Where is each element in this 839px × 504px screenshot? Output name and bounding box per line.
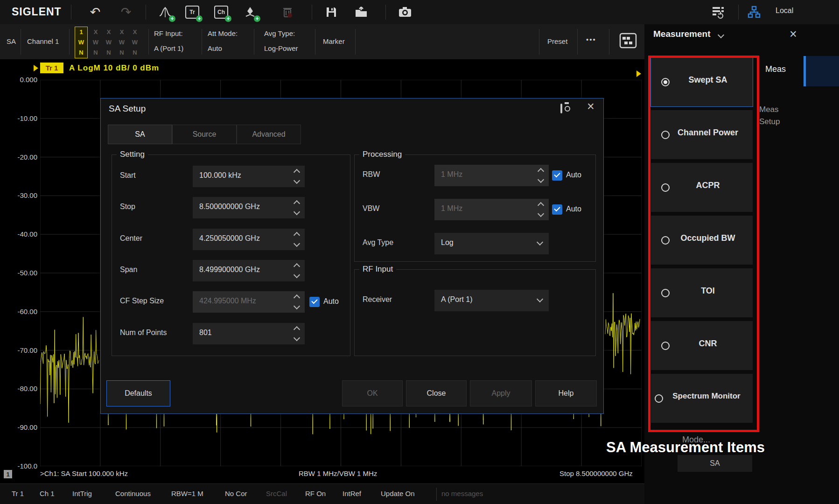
y-axis-tick: -90.00 [17, 423, 37, 431]
close-button[interactable]: Close [406, 380, 467, 406]
avg-type-value[interactable]: Log-Power [264, 44, 298, 52]
spinner-arrows-icon[interactable] [294, 262, 301, 279]
spinner-arrows-icon[interactable] [538, 167, 545, 184]
chart-footer-start: >Ch1: SA Start 100.000 kHz [40, 469, 128, 477]
status-intref: IntRef [343, 490, 361, 497]
center-input[interactable]: 4.250050000 GHz [193, 229, 305, 250]
y-axis-tick: -70.00 [17, 346, 37, 354]
measurement-item-acpr[interactable]: ACPR [651, 163, 753, 212]
dialog-tab-advanced[interactable]: Advanced [237, 125, 301, 144]
spinner-arrows-icon[interactable] [294, 199, 301, 216]
trace-column-inactive[interactable]: XWN [90, 27, 102, 58]
measurement-item-toi[interactable]: TOI [651, 268, 753, 317]
spinner-arrows-icon[interactable] [294, 231, 301, 248]
marker-button[interactable]: Marker [323, 37, 345, 45]
stop-input[interactable]: 8.500000000 GHz [193, 197, 305, 218]
measurement-item-label: Occupied BW [651, 233, 753, 243]
field-value: 4.250050000 GHz [199, 234, 260, 243]
rf-input-label: RF Input: [154, 29, 183, 37]
field-value: 8.500000000 GHz [199, 203, 260, 211]
spinner-arrows-icon[interactable] [294, 294, 301, 310]
num-of-points-input[interactable]: 801 [193, 323, 305, 344]
span-input[interactable]: 8.499900000 GHz [193, 260, 305, 281]
dropdown-chevron-icon[interactable] [537, 296, 543, 302]
tab-channel-1[interactable]: Channel 1 [27, 37, 59, 45]
y-axis-tick: -60.00 [17, 308, 37, 315]
ok-button[interactable]: OK [342, 380, 403, 406]
dialog-close-icon[interactable]: × [587, 99, 594, 114]
open-icon[interactable] [353, 4, 370, 21]
cf-step-size-input[interactable]: 424.995000 MHz [193, 291, 305, 313]
side-tab-meas-setup[interactable]: Meas Setup [759, 104, 801, 128]
more-menu-button[interactable]: ••• [586, 35, 596, 43]
field-label: Avg Type [363, 238, 393, 247]
y-axis-tick: -100.0 [17, 462, 37, 470]
spinner-arrows-icon[interactable] [294, 325, 301, 342]
measurement-item-channel-power[interactable]: Channel Power [651, 110, 753, 159]
measurement-item-label: Spectrum Monitor [651, 392, 753, 401]
auto-checkbox[interactable] [552, 170, 562, 181]
defaults-button[interactable]: Defaults [106, 380, 170, 406]
undo-icon[interactable]: ↶ [87, 4, 104, 21]
measurement-item-label: Swept SA [651, 75, 753, 85]
auto-checkbox[interactable] [309, 297, 320, 307]
receiver-select[interactable]: A (Port 1) [434, 290, 549, 311]
auto-checkbox[interactable] [552, 204, 562, 215]
spinner-arrows-icon[interactable] [538, 201, 545, 218]
window-number-badge: 1 [4, 470, 12, 478]
field-label: Receiver [363, 295, 392, 304]
start-input[interactable]: 100.000 kHz [193, 166, 305, 187]
field-value: 100.000 kHz [199, 171, 241, 180]
measurement-item-spectrum-monitor[interactable]: Spectrum Monitor [651, 374, 753, 423]
redo-icon[interactable]: ↷ [118, 4, 134, 21]
add-channel-icon[interactable]: Ch+ [213, 4, 230, 21]
side-tab-meas[interactable]: Meas [765, 64, 786, 74]
layout-list-icon[interactable] [710, 4, 727, 21]
preset-button[interactable]: Preset [547, 37, 567, 45]
dropdown-chevron-icon[interactable] [537, 239, 543, 245]
trace-column-inactive[interactable]: XWN [103, 27, 115, 58]
mode-sa-button[interactable]: SA [678, 455, 752, 472]
spinner-arrows-icon[interactable] [294, 168, 301, 185]
save-icon[interactable] [323, 4, 340, 21]
rf-input-value[interactable]: A (Port 1) [154, 44, 183, 52]
y-axis-tick: -50.00 [17, 269, 37, 277]
avg-type-select[interactable]: Log [434, 233, 549, 254]
trace-column-inactive[interactable]: XWN [129, 27, 141, 58]
dialog-tab-sa[interactable]: SA [108, 125, 172, 144]
status-update-on: Update On [381, 490, 415, 497]
dialog-screenshot-icon[interactable] [560, 105, 562, 113]
field-label: CF Step Size [120, 297, 164, 305]
field-value: 1 MHz [441, 204, 462, 213]
add-trace-icon[interactable]: Tr+ [184, 4, 201, 21]
trace-column-inactive[interactable]: XWN [116, 27, 128, 58]
measurement-panel-title[interactable]: Measurement [653, 29, 711, 39]
measurement-item-swept-sa[interactable]: Swept SA [651, 57, 753, 106]
field-label: Num of Points [120, 329, 167, 337]
local-mode-label[interactable]: Local [776, 7, 793, 15]
rbw-input[interactable]: 1 MHz [434, 165, 549, 186]
vbw-input[interactable]: 1 MHz [434, 199, 549, 220]
field-label: Span [120, 266, 137, 274]
field-label: Start [120, 171, 136, 180]
help-button[interactable]: Help [535, 380, 597, 406]
screenshot-icon[interactable] [397, 4, 413, 21]
dialog-tab-source[interactable]: Source [172, 125, 237, 144]
measurement-panel-close-icon[interactable]: × [790, 27, 797, 42]
measurement-item-label: CNR [651, 339, 753, 349]
delete-icon[interactable] [279, 4, 296, 21]
window-layout-icon[interactable] [619, 33, 637, 49]
measurement-item-occupied-bw[interactable]: Occupied BW [651, 216, 753, 265]
status-no-cor: No Cor [225, 490, 247, 497]
att-mode-value[interactable]: Auto [208, 44, 222, 52]
tab-sa[interactable]: SA [7, 37, 16, 45]
network-icon[interactable] [746, 4, 762, 21]
auto-label: Auto [566, 205, 581, 213]
trace-badge[interactable]: Tr 1 [40, 63, 63, 73]
trace-column-active[interactable]: 1WN [75, 27, 88, 58]
add-marker-icon[interactable]: + [242, 4, 259, 21]
measurement-item-cnr[interactable]: CNR [651, 321, 753, 370]
add-measurement-icon[interactable]: + [157, 4, 174, 21]
apply-button[interactable]: Apply [470, 380, 532, 406]
status-ch-1: Ch 1 [40, 490, 55, 497]
